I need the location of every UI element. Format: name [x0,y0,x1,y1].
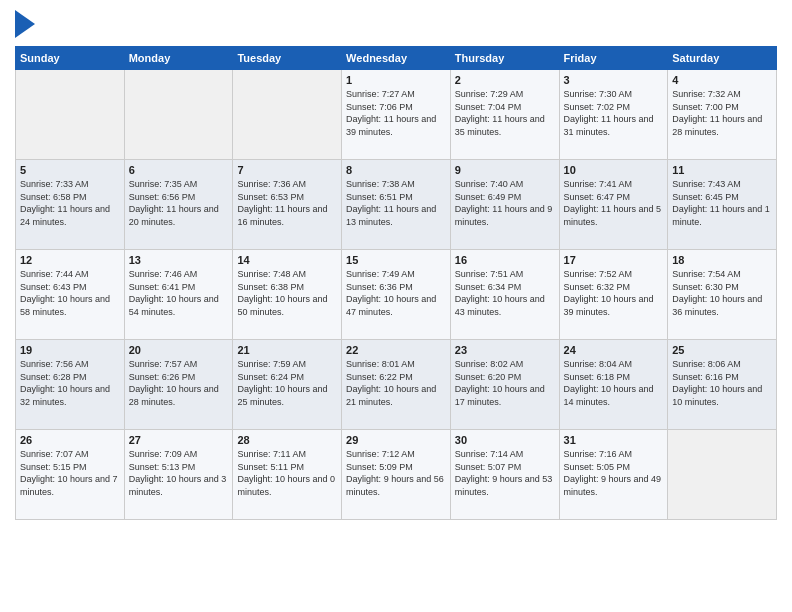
calendar-week-row: 1 Sunrise: 7:27 AMSunset: 7:06 PMDayligh… [16,70,777,160]
day-info: Sunrise: 7:43 AMSunset: 6:45 PMDaylight:… [672,178,772,228]
calendar-cell: 16 Sunrise: 7:51 AMSunset: 6:34 PMDaylig… [450,250,559,340]
day-info: Sunrise: 7:16 AMSunset: 5:05 PMDaylight:… [564,448,664,498]
day-info: Sunrise: 7:29 AMSunset: 7:04 PMDaylight:… [455,88,555,138]
calendar-week-row: 5 Sunrise: 7:33 AMSunset: 6:58 PMDayligh… [16,160,777,250]
day-number: 3 [564,74,664,86]
weekday-header: Monday [124,47,233,70]
day-number: 22 [346,344,446,356]
day-number: 9 [455,164,555,176]
calendar-cell: 6 Sunrise: 7:35 AMSunset: 6:56 PMDayligh… [124,160,233,250]
day-info: Sunrise: 7:46 AMSunset: 6:41 PMDaylight:… [129,268,229,318]
day-number: 25 [672,344,772,356]
weekday-header-row: SundayMondayTuesdayWednesdayThursdayFrid… [16,47,777,70]
day-info: Sunrise: 8:02 AMSunset: 6:20 PMDaylight:… [455,358,555,408]
calendar-cell: 11 Sunrise: 7:43 AMSunset: 6:45 PMDaylig… [668,160,777,250]
calendar-cell: 9 Sunrise: 7:40 AMSunset: 6:49 PMDayligh… [450,160,559,250]
calendar-cell: 23 Sunrise: 8:02 AMSunset: 6:20 PMDaylig… [450,340,559,430]
day-number: 31 [564,434,664,446]
calendar-cell: 14 Sunrise: 7:48 AMSunset: 6:38 PMDaylig… [233,250,342,340]
day-number: 7 [237,164,337,176]
day-info: Sunrise: 7:44 AMSunset: 6:43 PMDaylight:… [20,268,120,318]
day-number: 14 [237,254,337,266]
day-info: Sunrise: 7:11 AMSunset: 5:11 PMDaylight:… [237,448,337,498]
calendar-cell: 2 Sunrise: 7:29 AMSunset: 7:04 PMDayligh… [450,70,559,160]
calendar-cell: 21 Sunrise: 7:59 AMSunset: 6:24 PMDaylig… [233,340,342,430]
day-info: Sunrise: 7:27 AMSunset: 7:06 PMDaylight:… [346,88,446,138]
day-number: 5 [20,164,120,176]
calendar-cell: 24 Sunrise: 8:04 AMSunset: 6:18 PMDaylig… [559,340,668,430]
day-info: Sunrise: 7:52 AMSunset: 6:32 PMDaylight:… [564,268,664,318]
calendar-cell: 10 Sunrise: 7:41 AMSunset: 6:47 PMDaylig… [559,160,668,250]
day-number: 16 [455,254,555,266]
calendar-table: SundayMondayTuesdayWednesdayThursdayFrid… [15,46,777,520]
calendar-cell: 20 Sunrise: 7:57 AMSunset: 6:26 PMDaylig… [124,340,233,430]
svg-marker-0 [15,10,35,38]
day-number: 11 [672,164,772,176]
calendar-cell: 18 Sunrise: 7:54 AMSunset: 6:30 PMDaylig… [668,250,777,340]
weekday-header: Saturday [668,47,777,70]
day-info: Sunrise: 7:57 AMSunset: 6:26 PMDaylight:… [129,358,229,408]
calendar-cell [668,430,777,520]
day-info: Sunrise: 7:56 AMSunset: 6:28 PMDaylight:… [20,358,120,408]
calendar-cell: 5 Sunrise: 7:33 AMSunset: 6:58 PMDayligh… [16,160,125,250]
day-number: 18 [672,254,772,266]
day-info: Sunrise: 7:12 AMSunset: 5:09 PMDaylight:… [346,448,446,498]
day-info: Sunrise: 7:30 AMSunset: 7:02 PMDaylight:… [564,88,664,138]
day-number: 28 [237,434,337,446]
weekday-header: Sunday [16,47,125,70]
calendar-cell: 8 Sunrise: 7:38 AMSunset: 6:51 PMDayligh… [342,160,451,250]
day-number: 2 [455,74,555,86]
calendar-cell: 13 Sunrise: 7:46 AMSunset: 6:41 PMDaylig… [124,250,233,340]
calendar-cell: 31 Sunrise: 7:16 AMSunset: 5:05 PMDaylig… [559,430,668,520]
weekday-header: Friday [559,47,668,70]
calendar-cell: 1 Sunrise: 7:27 AMSunset: 7:06 PMDayligh… [342,70,451,160]
weekday-header: Wednesday [342,47,451,70]
calendar-cell: 12 Sunrise: 7:44 AMSunset: 6:43 PMDaylig… [16,250,125,340]
calendar-cell: 26 Sunrise: 7:07 AMSunset: 5:15 PMDaylig… [16,430,125,520]
page-header [15,10,777,38]
calendar-cell: 17 Sunrise: 7:52 AMSunset: 6:32 PMDaylig… [559,250,668,340]
day-info: Sunrise: 7:33 AMSunset: 6:58 PMDaylight:… [20,178,120,228]
day-info: Sunrise: 7:36 AMSunset: 6:53 PMDaylight:… [237,178,337,228]
day-number: 20 [129,344,229,356]
weekday-header: Thursday [450,47,559,70]
calendar-cell: 22 Sunrise: 8:01 AMSunset: 6:22 PMDaylig… [342,340,451,430]
day-info: Sunrise: 7:54 AMSunset: 6:30 PMDaylight:… [672,268,772,318]
calendar-cell: 29 Sunrise: 7:12 AMSunset: 5:09 PMDaylig… [342,430,451,520]
day-number: 10 [564,164,664,176]
day-number: 13 [129,254,229,266]
day-number: 19 [20,344,120,356]
calendar-week-row: 12 Sunrise: 7:44 AMSunset: 6:43 PMDaylig… [16,250,777,340]
day-info: Sunrise: 7:51 AMSunset: 6:34 PMDaylight:… [455,268,555,318]
day-info: Sunrise: 7:38 AMSunset: 6:51 PMDaylight:… [346,178,446,228]
day-info: Sunrise: 7:14 AMSunset: 5:07 PMDaylight:… [455,448,555,498]
day-number: 8 [346,164,446,176]
day-info: Sunrise: 8:04 AMSunset: 6:18 PMDaylight:… [564,358,664,408]
day-info: Sunrise: 7:48 AMSunset: 6:38 PMDaylight:… [237,268,337,318]
calendar-cell: 25 Sunrise: 8:06 AMSunset: 6:16 PMDaylig… [668,340,777,430]
day-number: 24 [564,344,664,356]
day-number: 12 [20,254,120,266]
calendar-week-row: 26 Sunrise: 7:07 AMSunset: 5:15 PMDaylig… [16,430,777,520]
day-info: Sunrise: 7:32 AMSunset: 7:00 PMDaylight:… [672,88,772,138]
day-info: Sunrise: 7:09 AMSunset: 5:13 PMDaylight:… [129,448,229,498]
day-info: Sunrise: 7:35 AMSunset: 6:56 PMDaylight:… [129,178,229,228]
day-info: Sunrise: 7:49 AMSunset: 6:36 PMDaylight:… [346,268,446,318]
calendar-cell [16,70,125,160]
calendar-cell: 19 Sunrise: 7:56 AMSunset: 6:28 PMDaylig… [16,340,125,430]
logo-icon [15,10,35,38]
calendar-cell: 27 Sunrise: 7:09 AMSunset: 5:13 PMDaylig… [124,430,233,520]
day-number: 6 [129,164,229,176]
day-number: 30 [455,434,555,446]
calendar-cell: 15 Sunrise: 7:49 AMSunset: 6:36 PMDaylig… [342,250,451,340]
calendar-cell: 28 Sunrise: 7:11 AMSunset: 5:11 PMDaylig… [233,430,342,520]
day-info: Sunrise: 7:07 AMSunset: 5:15 PMDaylight:… [20,448,120,498]
day-number: 17 [564,254,664,266]
day-info: Sunrise: 8:01 AMSunset: 6:22 PMDaylight:… [346,358,446,408]
day-info: Sunrise: 8:06 AMSunset: 6:16 PMDaylight:… [672,358,772,408]
day-number: 26 [20,434,120,446]
day-number: 21 [237,344,337,356]
calendar-cell: 30 Sunrise: 7:14 AMSunset: 5:07 PMDaylig… [450,430,559,520]
day-number: 1 [346,74,446,86]
calendar-week-row: 19 Sunrise: 7:56 AMSunset: 6:28 PMDaylig… [16,340,777,430]
